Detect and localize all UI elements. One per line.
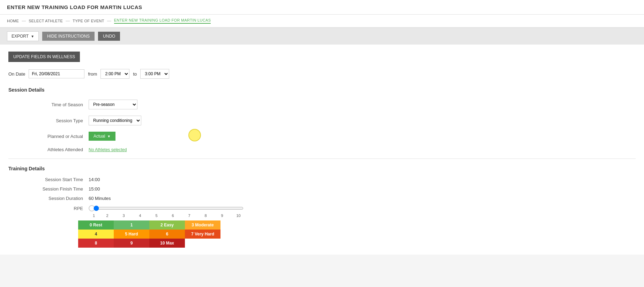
rpe-cell-1: 1 bbox=[114, 220, 149, 230]
session-details-title: Session Details bbox=[8, 87, 636, 94]
session-finish-time-label: Session Finish Time bbox=[29, 186, 89, 192]
rpe-tick-2: 2 bbox=[99, 214, 115, 218]
rpe-tick-7: 7 bbox=[181, 214, 197, 218]
session-finish-time-row: Session Finish Time 15:00 bbox=[8, 186, 636, 192]
rpe-legend: 0 Rest 1 2 Easy 3 Moderate 4 5 Hard 6 7 … bbox=[8, 220, 636, 248]
training-details-title: Training Details bbox=[8, 166, 636, 171]
rpe-cell-8: 8 bbox=[78, 239, 114, 248]
hide-instructions-label: HIDE INSTRUCTIONS bbox=[47, 34, 90, 39]
session-type-group: Session Type Running conditioning bbox=[8, 116, 636, 125]
breadcrumb-select-athlete[interactable]: SELECT ATHLETE bbox=[29, 19, 63, 23]
breadcrumb-type-of-event[interactable]: TYPE OF EVENT bbox=[73, 19, 104, 23]
toolbar: EXPORT ▼ HIDE INSTRUCTIONS UNDO bbox=[0, 28, 644, 45]
rpe-cell-4: 4 bbox=[78, 230, 114, 239]
session-start-time-row: Session Start Time 14:00 bbox=[8, 177, 636, 182]
rpe-tick-5: 5 bbox=[148, 214, 165, 218]
rpe-tick-1: 1 bbox=[89, 214, 99, 218]
breadcrumb-current: ENTER NEW TRAINING LOAD FOR MARTIN LUCAS bbox=[114, 18, 211, 24]
session-start-time-label: Session Start Time bbox=[29, 177, 89, 182]
session-start-time-value: 14:00 bbox=[89, 177, 100, 182]
planned-actual-group: Planned or Actual Actual ▼ bbox=[8, 132, 636, 141]
rpe-tick-10: 10 bbox=[230, 214, 247, 218]
athletes-attended-label: Athletes Attended bbox=[29, 147, 89, 152]
session-duration-label: Session Duration bbox=[29, 196, 89, 201]
from-time-select[interactable]: 2:00 PM bbox=[100, 69, 129, 79]
breadcrumb-sep-1: — bbox=[22, 18, 26, 23]
session-duration-value: 60 Minutes bbox=[89, 196, 111, 201]
rpe-legend-row-1: 0 Rest 1 2 Easy 3 Moderate bbox=[78, 220, 636, 230]
breadcrumb-sep-2: — bbox=[66, 18, 70, 23]
rpe-cell-3: 3 Moderate bbox=[185, 220, 220, 230]
time-of-season-group: Time of Season Pre-season bbox=[8, 100, 636, 109]
to-label: to bbox=[133, 71, 137, 77]
athletes-attended-group: Athletes Attended No Athletes selected bbox=[8, 147, 636, 152]
planned-actual-button[interactable]: Actual ▼ bbox=[89, 132, 115, 141]
update-wellness-label: UPDATE FIELDS IN WELLNESS bbox=[13, 54, 75, 59]
export-label: EXPORT bbox=[12, 34, 29, 39]
rpe-cell-7: 7 Very Hard bbox=[185, 230, 220, 239]
session-type-label: Session Type bbox=[29, 118, 89, 123]
rpe-cell-6: 6 bbox=[149, 230, 185, 239]
planned-actual-label: Planned or Actual bbox=[29, 134, 89, 139]
time-of-season-select[interactable]: Pre-season bbox=[89, 100, 137, 109]
breadcrumb-home[interactable]: HOME bbox=[7, 19, 19, 23]
rpe-legend-row-2: 4 5 Hard 6 7 Very Hard bbox=[78, 230, 636, 239]
rpe-scale: 1 2 3 4 5 6 7 8 9 10 bbox=[8, 214, 636, 218]
rpe-slider-container bbox=[89, 205, 244, 211]
planned-actual-chevron-icon: ▼ bbox=[107, 134, 111, 138]
export-chevron-icon: ▼ bbox=[31, 34, 34, 38]
from-label: from bbox=[88, 71, 97, 77]
rpe-tick-6: 6 bbox=[165, 214, 181, 218]
session-duration-row: Session Duration 60 Minutes bbox=[8, 196, 636, 201]
rpe-cell-0: 0 Rest bbox=[78, 220, 114, 230]
time-of-season-label: Time of Season bbox=[29, 102, 89, 107]
section-divider bbox=[8, 158, 636, 159]
page-title-bar: ENTER NEW TRAINING LOAD FOR MARTIN LUCAS bbox=[0, 0, 644, 15]
rpe-tick-8: 8 bbox=[197, 214, 214, 218]
breadcrumb: HOME — SELECT ATHLETE — TYPE OF EVENT — … bbox=[0, 15, 644, 28]
undo-label: UNDO bbox=[103, 34, 115, 39]
session-type-select[interactable]: Running conditioning bbox=[89, 116, 141, 125]
session-finish-time-value: 15:00 bbox=[89, 186, 100, 192]
rpe-label: RPE bbox=[29, 206, 89, 211]
planned-actual-value: Actual bbox=[93, 134, 105, 139]
rpe-tick-4: 4 bbox=[132, 214, 148, 218]
date-input[interactable] bbox=[29, 69, 84, 78]
rpe-cell-5: 5 Hard bbox=[114, 230, 149, 239]
undo-button[interactable]: UNDO bbox=[98, 32, 120, 41]
breadcrumb-sep-3: — bbox=[107, 18, 111, 23]
rpe-slider[interactable] bbox=[93, 205, 244, 211]
on-date-label: On Date bbox=[8, 71, 25, 77]
rpe-tick-3: 3 bbox=[115, 214, 132, 218]
to-time-select[interactable]: 3:00 PM bbox=[140, 69, 169, 79]
export-button[interactable]: EXPORT ▼ bbox=[7, 31, 39, 41]
rpe-cell-9: 9 bbox=[114, 239, 149, 248]
main-content: UPDATE FIELDS IN WELLNESS On Date from 2… bbox=[0, 45, 644, 255]
athletes-attended-link[interactable]: No Athletes selected bbox=[89, 147, 127, 152]
update-wellness-button[interactable]: UPDATE FIELDS IN WELLNESS bbox=[8, 52, 80, 62]
page-title: ENTER NEW TRAINING LOAD FOR MARTIN LUCAS bbox=[7, 4, 637, 10]
hide-instructions-button[interactable]: HIDE INSTRUCTIONS bbox=[42, 32, 95, 41]
rpe-row: RPE bbox=[8, 205, 636, 211]
rpe-legend-row-3: 8 9 10 Max bbox=[78, 239, 636, 248]
rpe-tick-9: 9 bbox=[214, 214, 230, 218]
rpe-cell-2: 2 Easy bbox=[149, 220, 185, 230]
rpe-cell-10: 10 Max bbox=[149, 239, 185, 248]
date-row: On Date from 2:00 PM to 3:00 PM bbox=[8, 69, 636, 79]
